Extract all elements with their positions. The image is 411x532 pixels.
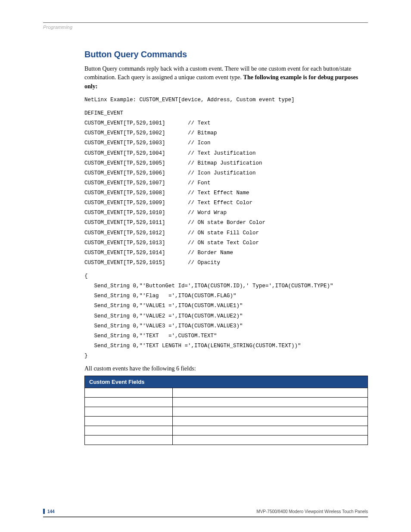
table-row [85, 388, 368, 398]
outro-text: All custom events have the following 6 f… [84, 365, 368, 372]
table-row [85, 407, 368, 417]
table-cell [172, 417, 367, 426]
table-cell [85, 398, 173, 407]
table-row [85, 417, 368, 426]
section-title: Button Query Commands [84, 50, 368, 59]
table-cell [85, 388, 173, 398]
code-events-block: DEFINE_EVENT CUSTOM_EVENT[TP,529,1001] /… [84, 109, 368, 268]
table-cell [172, 398, 367, 407]
table-cell [172, 388, 367, 398]
page-footer: 144 MVP-7500/8400 Modero Viewpoint Wirel… [43, 509, 368, 517]
table-header: Custom Event Fields [85, 376, 368, 388]
table-cell [85, 417, 173, 426]
code-example-line: NetLinx Example: CUSTOM_EVENT[device, Ad… [84, 95, 368, 105]
header-section-label: Programming [43, 25, 368, 30]
table-cell [172, 436, 367, 445]
footer-rule [43, 516, 368, 517]
table-cell [172, 407, 367, 417]
code-body-block: { Send_String 0,"'ButtonGet Id=',ITOA(CU… [84, 271, 368, 361]
table-cell [85, 407, 173, 417]
table-cell [172, 426, 367, 436]
header-rule [43, 22, 368, 23]
table-cell [85, 426, 173, 436]
custom-event-fields-table: Custom Event Fields [84, 376, 368, 445]
page-number: 144 [43, 509, 55, 514]
doc-title: MVP-7500/8400 Modero Viewpoint Wireless … [256, 509, 368, 514]
table-row [85, 436, 368, 445]
table-cell [85, 436, 173, 445]
table-row [85, 426, 368, 436]
table-row [85, 398, 368, 407]
intro-text: Button Query commands reply back with a … [84, 65, 368, 91]
